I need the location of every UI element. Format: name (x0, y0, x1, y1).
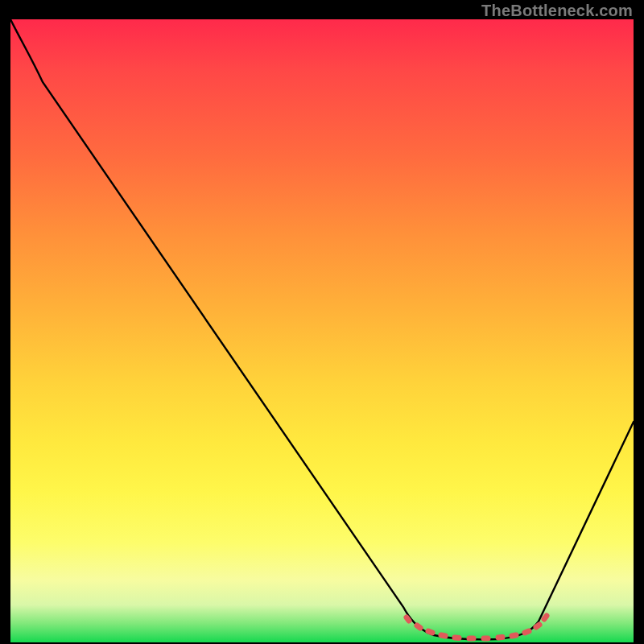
plot-area (10, 19, 634, 642)
red-dot-band (407, 616, 547, 638)
black-curve (10, 19, 634, 639)
watermark-text: TheBottleneck.com (481, 2, 633, 20)
curve-layer (10, 19, 634, 642)
chart-stage: TheBottleneck.com (0, 0, 644, 644)
